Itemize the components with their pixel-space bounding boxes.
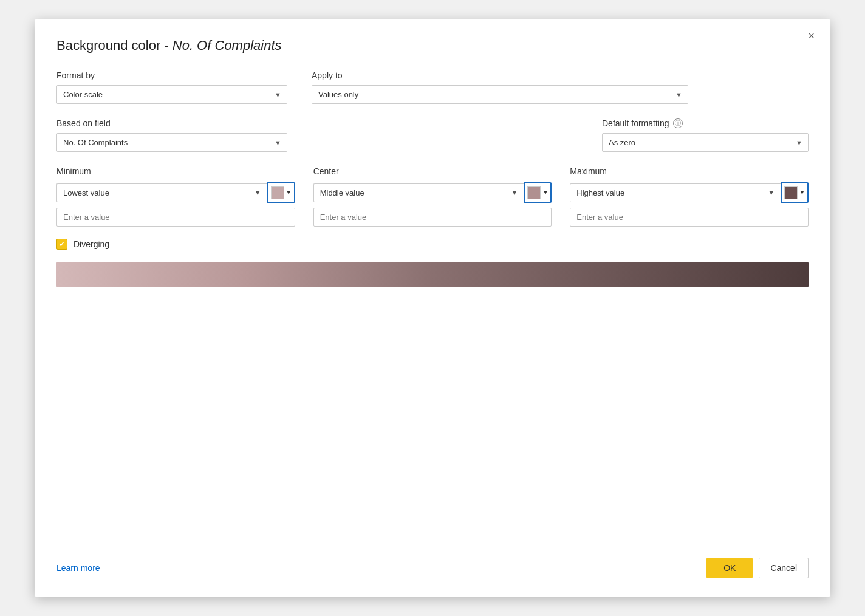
maximum-section: Maximum Highest value Number Percent Per… — [570, 166, 809, 227]
apply-to-label: Apply to — [312, 70, 688, 80]
center-select[interactable]: Middle value Number Percent Percentile F… — [313, 183, 524, 202]
center-section: Center Middle value Number Percent Perce… — [313, 166, 552, 227]
center-color-swatch — [527, 186, 541, 199]
format-by-select[interactable]: Color scale Gradient Rules Field value — [56, 85, 287, 104]
center-color-picker-button[interactable]: ▼ — [524, 182, 552, 203]
center-color-arrow-icon: ▼ — [542, 190, 548, 196]
diverging-label: Diverging — [74, 239, 109, 249]
apply-to-select-wrapper: Values only Header Totals ▼ — [312, 85, 688, 104]
based-on-field-group: Based on field No. Of Complaints ▼ — [56, 118, 287, 152]
cancel-button[interactable]: Cancel — [759, 558, 809, 578]
footer-buttons: OK Cancel — [706, 558, 809, 578]
maximum-color-picker-button[interactable]: ▼ — [781, 182, 809, 203]
default-formatting-label-row: Default formatting ⓘ — [602, 118, 809, 128]
dialog-title: Background color - No. Of Complaints — [56, 38, 809, 53]
center-select-wrapper: Middle value Number Percent Percentile F… — [313, 183, 524, 202]
minimum-color-arrow-icon: ▼ — [286, 190, 292, 196]
maximum-color-swatch — [784, 186, 798, 199]
dialog-footer: Learn more OK Cancel — [56, 546, 809, 578]
maximum-select-wrapper: Highest value Number Percent Percentile … — [570, 183, 781, 202]
diverging-row: ✓ Diverging — [56, 239, 809, 250]
gradient-bar — [56, 262, 809, 287]
maximum-select[interactable]: Highest value Number Percent Percentile … — [570, 183, 781, 202]
based-on-field-select[interactable]: No. Of Complaints — [56, 133, 287, 152]
minimum-color-select-row: Lowest value Number Percent Percentile F… — [56, 182, 295, 203]
apply-to-select[interactable]: Values only Header Totals — [312, 85, 688, 104]
based-on-field-select-wrapper: No. Of Complaints ▼ — [56, 133, 287, 152]
center-color-select-row: Middle value Number Percent Percentile F… — [313, 182, 552, 203]
diverging-checkbox[interactable]: ✓ — [56, 239, 67, 250]
close-button[interactable]: × — [803, 28, 819, 44]
form-body: Format by Color scale Gradient Rules Fie… — [56, 70, 809, 546]
format-by-group: Format by Color scale Gradient Rules Fie… — [56, 70, 287, 104]
info-icon[interactable]: ⓘ — [673, 118, 683, 128]
based-on-field-label: Based on field — [56, 118, 287, 128]
maximum-title: Maximum — [570, 166, 809, 176]
minimum-color-picker-button[interactable]: ▼ — [267, 182, 295, 203]
minimum-section: Minimum Lowest value Number Percent Perc… — [56, 166, 295, 227]
row-format-apply: Format by Color scale Gradient Rules Fie… — [56, 70, 809, 104]
min-center-max-row: Minimum Lowest value Number Percent Perc… — [56, 166, 809, 227]
row-based-default: Based on field No. Of Complaints ▼ Defau… — [56, 118, 809, 152]
minimum-title: Minimum — [56, 166, 295, 176]
background-color-dialog: × Background color - No. Of Complaints F… — [35, 19, 830, 597]
maximum-value-input[interactable] — [570, 208, 809, 227]
apply-to-group: Apply to Values only Header Totals ▼ — [312, 70, 688, 104]
default-formatting-group: Default formatting ⓘ As zero As null Lea… — [602, 118, 809, 152]
format-by-label: Format by — [56, 70, 287, 80]
maximum-color-select-row: Highest value Number Percent Percentile … — [570, 182, 809, 203]
default-formatting-label: Default formatting — [602, 118, 669, 128]
minimum-color-swatch — [271, 186, 284, 199]
checkmark-icon: ✓ — [59, 241, 65, 248]
maximum-color-arrow-icon: ▼ — [799, 190, 805, 196]
default-formatting-select-wrapper: As zero As null Leave empty ▼ — [602, 133, 809, 152]
learn-more-link[interactable]: Learn more — [56, 563, 100, 573]
center-title: Center — [313, 166, 552, 176]
center-value-input[interactable] — [313, 208, 552, 227]
minimum-select[interactable]: Lowest value Number Percent Percentile F… — [56, 183, 267, 202]
format-by-select-wrapper: Color scale Gradient Rules Field value ▼ — [56, 85, 287, 104]
default-formatting-select[interactable]: As zero As null Leave empty — [602, 133, 809, 152]
minimum-select-wrapper: Lowest value Number Percent Percentile F… — [56, 183, 267, 202]
minimum-value-input[interactable] — [56, 208, 295, 227]
ok-button[interactable]: OK — [706, 558, 753, 578]
